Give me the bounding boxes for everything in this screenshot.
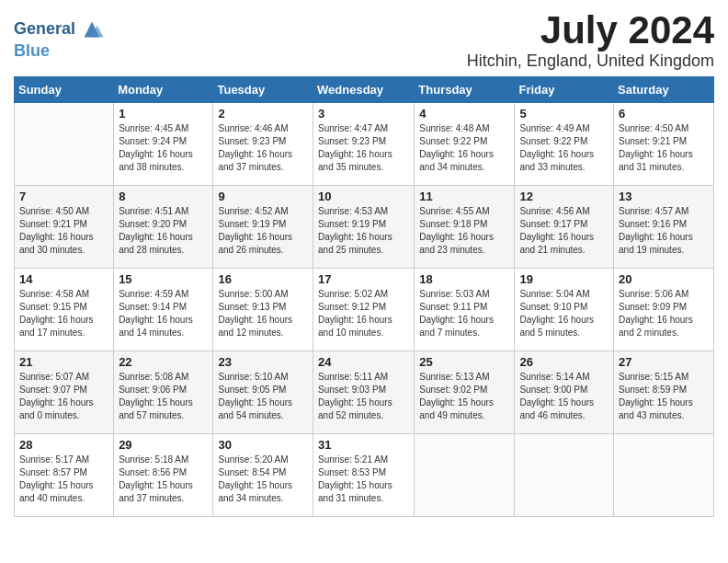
calendar-cell [614, 434, 714, 517]
calendar-cell: 30Sunrise: 5:20 AM Sunset: 8:54 PM Dayli… [213, 434, 313, 517]
day-number: 7 [19, 190, 108, 203]
day-info: Sunrise: 5:08 AM Sunset: 9:06 PM Dayligh… [119, 371, 208, 422]
day-number: 1 [119, 107, 208, 121]
calendar-cell: 8Sunrise: 4:51 AM Sunset: 9:20 PM Daylig… [114, 186, 213, 269]
calendar-cell: 6Sunrise: 4:50 AM Sunset: 9:21 PM Daylig… [614, 103, 714, 186]
weekday-header-row: SundayMondayTuesdayWednesdayThursdayFrid… [15, 77, 714, 103]
day-info: Sunrise: 4:48 AM Sunset: 9:22 PM Dayligh… [419, 122, 509, 174]
day-number: 31 [318, 438, 409, 452]
weekday-wednesday: Wednesday [313, 77, 415, 103]
logo-icon [79, 17, 105, 42]
day-number: 5 [519, 107, 609, 121]
day-info: Sunrise: 5:04 AM Sunset: 9:10 PM Dayligh… [519, 288, 609, 339]
calendar-week-1: 1Sunrise: 4:45 AM Sunset: 9:24 PM Daylig… [15, 103, 714, 186]
day-info: Sunrise: 4:49 AM Sunset: 9:22 PM Dayligh… [519, 122, 609, 174]
day-number: 15 [119, 272, 208, 286]
day-info: Sunrise: 4:57 AM Sunset: 9:16 PM Dayligh… [619, 205, 709, 257]
calendar-cell [15, 103, 114, 186]
day-number: 14 [19, 272, 108, 286]
calendar-week-3: 14Sunrise: 4:58 AM Sunset: 9:15 PM Dayli… [15, 269, 714, 351]
day-info: Sunrise: 4:51 AM Sunset: 9:20 PM Dayligh… [119, 205, 208, 257]
calendar-cell: 13Sunrise: 4:57 AM Sunset: 9:16 PM Dayli… [614, 186, 714, 269]
day-info: Sunrise: 5:21 AM Sunset: 8:53 PM Dayligh… [318, 454, 409, 505]
day-info: Sunrise: 4:53 AM Sunset: 9:19 PM Dayligh… [318, 205, 409, 257]
day-info: Sunrise: 5:17 AM Sunset: 8:57 PM Dayligh… [19, 454, 108, 505]
day-info: Sunrise: 4:56 AM Sunset: 9:17 PM Dayligh… [519, 205, 609, 257]
day-number: 25 [419, 355, 509, 369]
day-info: Sunrise: 4:50 AM Sunset: 9:21 PM Dayligh… [619, 122, 709, 174]
calendar-cell: 25Sunrise: 5:13 AM Sunset: 9:02 PM Dayli… [415, 351, 515, 434]
calendar-cell: 29Sunrise: 5:18 AM Sunset: 8:56 PM Dayli… [114, 434, 213, 517]
day-number: 21 [19, 355, 108, 369]
calendar-cell: 21Sunrise: 5:07 AM Sunset: 9:07 PM Dayli… [15, 351, 114, 434]
calendar-cell: 15Sunrise: 4:59 AM Sunset: 9:14 PM Dayli… [114, 269, 213, 351]
calendar-cell: 17Sunrise: 5:02 AM Sunset: 9:12 PM Dayli… [313, 269, 415, 351]
day-number: 3 [318, 107, 409, 121]
calendar-week-4: 21Sunrise: 5:07 AM Sunset: 9:07 PM Dayli… [15, 351, 714, 434]
weekday-friday: Friday [515, 77, 614, 103]
title-area: July 2024 Hitchin, England, United Kingd… [467, 9, 714, 71]
day-number: 19 [519, 272, 609, 286]
day-info: Sunrise: 4:58 AM Sunset: 9:15 PM Dayligh… [19, 288, 108, 339]
calendar-cell: 1Sunrise: 4:45 AM Sunset: 9:24 PM Daylig… [114, 103, 213, 186]
calendar-cell: 16Sunrise: 5:00 AM Sunset: 9:13 PM Dayli… [213, 269, 313, 351]
day-info: Sunrise: 5:13 AM Sunset: 9:02 PM Dayligh… [419, 371, 509, 422]
weekday-monday: Monday [114, 77, 213, 103]
day-number: 24 [318, 355, 409, 369]
calendar-cell [515, 434, 614, 517]
day-info: Sunrise: 4:50 AM Sunset: 9:21 PM Dayligh… [19, 205, 108, 257]
day-number: 29 [119, 438, 208, 452]
day-info: Sunrise: 4:47 AM Sunset: 9:23 PM Dayligh… [318, 122, 409, 174]
day-number: 9 [218, 190, 308, 203]
day-info: Sunrise: 5:20 AM Sunset: 8:54 PM Dayligh… [218, 454, 308, 505]
calendar-cell: 14Sunrise: 4:58 AM Sunset: 9:15 PM Dayli… [15, 269, 114, 351]
weekday-saturday: Saturday [614, 77, 714, 103]
calendar-cell: 18Sunrise: 5:03 AM Sunset: 9:11 PM Dayli… [415, 269, 515, 351]
day-number: 22 [119, 355, 208, 369]
calendar-cell: 19Sunrise: 5:04 AM Sunset: 9:10 PM Dayli… [515, 269, 614, 351]
calendar-cell: 9Sunrise: 4:52 AM Sunset: 9:19 PM Daylig… [213, 186, 313, 269]
day-info: Sunrise: 4:59 AM Sunset: 9:14 PM Dayligh… [119, 288, 208, 339]
day-info: Sunrise: 4:55 AM Sunset: 9:18 PM Dayligh… [419, 205, 509, 257]
day-number: 6 [619, 107, 709, 121]
logo-text: General [14, 20, 75, 39]
day-info: Sunrise: 5:14 AM Sunset: 9:00 PM Dayligh… [519, 371, 609, 422]
day-number: 2 [218, 107, 308, 121]
day-number: 12 [519, 190, 609, 203]
calendar-cell: 24Sunrise: 5:11 AM Sunset: 9:03 PM Dayli… [313, 351, 415, 434]
calendar-cell: 4Sunrise: 4:48 AM Sunset: 9:22 PM Daylig… [415, 103, 515, 186]
weekday-sunday: Sunday [15, 77, 114, 103]
calendar-cell: 5Sunrise: 4:49 AM Sunset: 9:22 PM Daylig… [515, 103, 614, 186]
calendar-week-2: 7Sunrise: 4:50 AM Sunset: 9:21 PM Daylig… [15, 186, 714, 269]
calendar-cell: 12Sunrise: 4:56 AM Sunset: 9:17 PM Dayli… [515, 186, 614, 269]
day-number: 11 [419, 190, 509, 203]
calendar-cell: 10Sunrise: 4:53 AM Sunset: 9:19 PM Dayli… [313, 186, 415, 269]
calendar-cell: 20Sunrise: 5:06 AM Sunset: 9:09 PM Dayli… [614, 269, 714, 351]
day-info: Sunrise: 5:15 AM Sunset: 8:59 PM Dayligh… [619, 371, 709, 422]
day-info: Sunrise: 5:11 AM Sunset: 9:03 PM Dayligh… [318, 371, 409, 422]
weekday-tuesday: Tuesday [213, 77, 313, 103]
logo: General Blue [14, 17, 105, 61]
calendar-cell: 22Sunrise: 5:08 AM Sunset: 9:06 PM Dayli… [114, 351, 213, 434]
day-info: Sunrise: 5:07 AM Sunset: 9:07 PM Dayligh… [19, 371, 108, 422]
day-info: Sunrise: 5:03 AM Sunset: 9:11 PM Dayligh… [419, 288, 509, 339]
day-number: 4 [419, 107, 509, 121]
day-info: Sunrise: 4:52 AM Sunset: 9:19 PM Dayligh… [218, 205, 308, 257]
calendar-cell: 23Sunrise: 5:10 AM Sunset: 9:05 PM Dayli… [213, 351, 313, 434]
weekday-thursday: Thursday [415, 77, 515, 103]
day-number: 27 [619, 355, 709, 369]
calendar-week-5: 28Sunrise: 5:17 AM Sunset: 8:57 PM Dayli… [15, 434, 714, 517]
day-number: 20 [619, 272, 709, 286]
day-info: Sunrise: 5:18 AM Sunset: 8:56 PM Dayligh… [119, 454, 208, 505]
day-number: 18 [419, 272, 509, 286]
day-info: Sunrise: 4:45 AM Sunset: 9:24 PM Dayligh… [119, 122, 208, 174]
day-number: 17 [318, 272, 409, 286]
day-number: 28 [19, 438, 108, 452]
location-title: Hitchin, England, United Kingdom [467, 52, 714, 71]
calendar-cell: 31Sunrise: 5:21 AM Sunset: 8:53 PM Dayli… [313, 434, 415, 517]
day-info: Sunrise: 5:06 AM Sunset: 9:09 PM Dayligh… [619, 288, 709, 339]
day-number: 16 [218, 272, 308, 286]
day-info: Sunrise: 5:00 AM Sunset: 9:13 PM Dayligh… [218, 288, 308, 339]
calendar-cell: 26Sunrise: 5:14 AM Sunset: 9:00 PM Dayli… [515, 351, 614, 434]
day-number: 30 [218, 438, 308, 452]
